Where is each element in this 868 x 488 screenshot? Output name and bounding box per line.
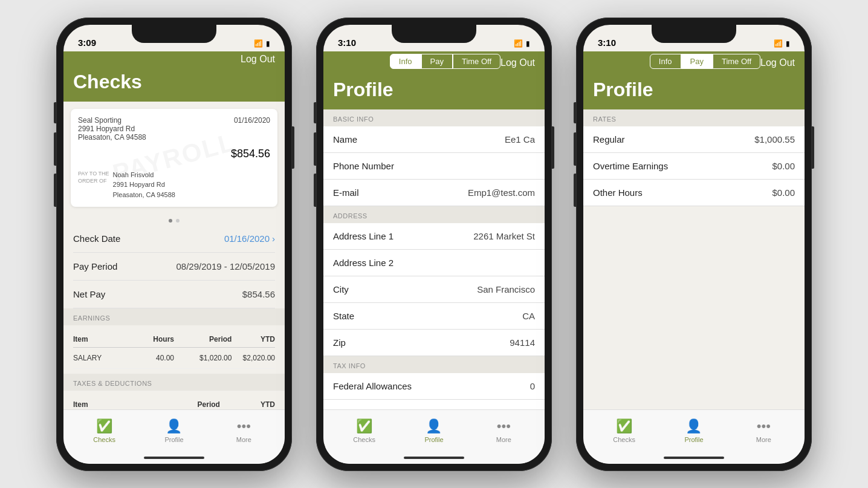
city-label: City [333, 284, 349, 294]
tab-time-off[interactable]: Time Off [713, 54, 760, 69]
logout-button[interactable]: Log Out [241, 54, 275, 65]
nav-more[interactable]: ••• More [485, 418, 522, 443]
nav-profile-label: Profile [164, 436, 183, 443]
header-top-with-tabs: Info Pay Time Off Log Out [333, 51, 535, 76]
notch [392, 25, 476, 43]
logout-button[interactable]: Log Out [500, 54, 535, 73]
email-row: E-mail Emp1@test.com [323, 180, 545, 206]
page-title: Profile [333, 76, 535, 103]
addr2-label: Address Line 2 [333, 258, 394, 268]
tab-pay[interactable]: Pay [421, 54, 453, 69]
td-hours: 40.00 [131, 354, 174, 362]
company-info: Seal Sporting 2991 Hopyard Rd Pleasaton,… [78, 116, 146, 142]
company-addr2: Pleasaton, CA 94588 [78, 133, 146, 142]
app-header: Info Pay Time Off Log Out Profile [323, 51, 545, 109]
check-date-row: Check Date 01/16/2020 › [73, 225, 275, 253]
status-icons: 📶 ▮ [254, 39, 270, 48]
profile-content: BASIC INFO Name Ee1 Ca Phone Number E-ma… [323, 109, 545, 409]
status-time: 3:10 [338, 37, 356, 48]
profile-icon: 👤 [166, 418, 182, 434]
city-row: City San Francisco [323, 276, 545, 303]
tab-info[interactable]: Info [650, 54, 681, 69]
checks-content: Seal Sporting 2991 Hopyard Rd Pleasaton,… [63, 102, 285, 409]
other-hours-label: Other Hours [593, 187, 643, 198]
state-label: State [333, 311, 354, 321]
phone-row: Phone Number [323, 153, 545, 180]
company-name: Seal Sporting [78, 116, 146, 125]
check-image: Seal Sporting 2991 Hopyard Rd Pleasaton,… [71, 109, 277, 207]
home-indicator [63, 452, 285, 464]
name-label: Name [333, 134, 357, 145]
phone-label: Phone Number [333, 161, 394, 171]
taxes-table-header: Item Period YTD [73, 397, 275, 409]
nav-checks[interactable]: ✅ Checks [86, 418, 123, 443]
regular-label: Regular [593, 134, 625, 145]
page-title: Profile [593, 76, 795, 103]
th-taxes-period: Period [146, 400, 219, 409]
state-row: State CA [323, 303, 545, 330]
basic-info-section: BASIC INFO [323, 109, 545, 126]
nav-more[interactable]: ••• More [225, 418, 262, 443]
pay-period-row: Pay Period 08/29/2019 - 12/05/2019 [73, 253, 275, 281]
nav-checks-label: Checks [93, 436, 115, 443]
pay-to-label: PAY TO THEORDER OF [78, 170, 109, 185]
td-item: SALARY [73, 354, 131, 362]
home-indicator [323, 452, 545, 464]
nav-profile[interactable]: 👤 Profile [156, 418, 192, 443]
home-bar [404, 457, 464, 459]
other-hours-row: Other Hours $0.00 [583, 180, 805, 206]
nav-more-label: More [756, 436, 771, 443]
zip-row: Zip 94114 [323, 330, 545, 356]
addr1-label: Address Line 1 [333, 231, 394, 241]
phone-3: 3:10 📶 ▮ Info Pay Time Off Log Out Profi… [576, 18, 812, 471]
city-value: San Francisco [477, 284, 535, 294]
wifi-icon: 📶 [514, 39, 523, 48]
app-header: Log Out Checks [63, 51, 285, 102]
addr1-value: 2261 Market St [473, 231, 535, 241]
battery-icon: ▮ [526, 39, 530, 48]
tab-time-off[interactable]: Time Off [453, 54, 500, 69]
notch [652, 25, 736, 43]
tab-bar: Info Pay Time Off [390, 54, 500, 69]
pay-content: RATES Regular $1,000.55 Overtime Earning… [583, 109, 805, 409]
addr1-row: Address Line 1 2261 Market St [323, 223, 545, 250]
status-icons: 📶 ▮ [514, 39, 530, 48]
profile-icon: 👤 [426, 418, 442, 434]
net-pay-value: $854.56 [242, 289, 275, 299]
nav-profile-label: Profile [424, 436, 443, 443]
nav-profile[interactable]: 👤 Profile [416, 418, 452, 443]
home-bar [144, 457, 204, 459]
wifi-icon: 📶 [774, 39, 783, 48]
earnings-table: Item Hours Period YTD SALARY 40.00 $1,02… [63, 325, 285, 369]
page-title: Checks [73, 68, 275, 96]
profile-icon: 👤 [685, 418, 702, 434]
th-ytd: YTD [232, 335, 275, 343]
more-icon: ••• [757, 418, 771, 434]
other-hours-value: $0.00 [772, 187, 795, 198]
nav-profile-label: Profile [684, 436, 703, 443]
checks-icon: ✅ [616, 418, 632, 434]
tab-info[interactable]: Info [390, 54, 421, 69]
more-icon: ••• [497, 418, 511, 434]
overtime-row: Overtime Earnings $0.00 [583, 153, 805, 180]
nav-checks[interactable]: ✅ Checks [346, 418, 383, 443]
logout-button[interactable]: Log Out [760, 54, 795, 73]
header-top-with-tabs: Info Pay Time Off Log Out [593, 51, 795, 76]
td-ytd: $2,020.00 [232, 354, 275, 362]
app-header: Info Pay Time Off Log Out Profile [583, 51, 805, 109]
nav-more[interactable]: ••• More [745, 418, 782, 443]
email-label: E-mail [333, 187, 359, 198]
tab-pay[interactable]: Pay [681, 54, 713, 69]
federal-allowances-row: Federal Allowances 0 [323, 373, 545, 400]
status-icons: 📶 ▮ [774, 39, 790, 48]
nav-profile[interactable]: 👤 Profile [676, 418, 712, 443]
nav-more-label: More [236, 436, 251, 443]
pay-period-label: Pay Period [73, 261, 117, 272]
home-indicator [583, 452, 805, 464]
check-details: Check Date 01/16/2020 › Pay Period 08/29… [63, 225, 285, 308]
th-hours: Hours [131, 335, 174, 343]
nav-checks[interactable]: ✅ Checks [606, 418, 643, 443]
pay-period-value: 08/29/2019 - 12/05/2019 [177, 261, 275, 272]
more-icon: ••• [237, 418, 251, 434]
taxes-section-label: TAXES & DEDUCTIONS [63, 374, 285, 391]
